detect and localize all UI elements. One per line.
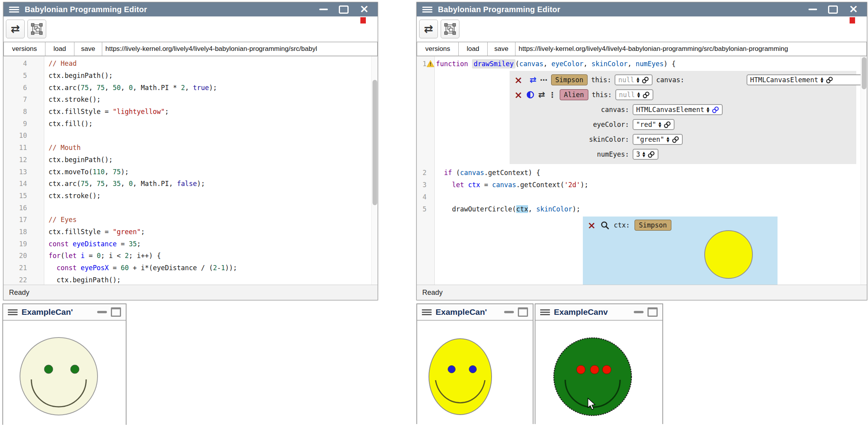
code-line: 6ctx.arc(75, 75, 50, 0, Math.PI * 2, tru… [4,81,378,94]
transform-button[interactable] [441,20,459,38]
maximize-button[interactable] [339,5,349,14]
scrollbar-thumb[interactable] [373,80,377,205]
param-row-canvas: canvas: HTMLCanvasElement ▲▼ [510,102,856,117]
code-editor[interactable]: 1 ! function drawSmiley(canvas, eyeColor… [417,56,867,285]
stepper-icon[interactable]: ▲▼ [642,151,645,157]
more-options-icon[interactable]: ⋮ [549,90,556,99]
menu-icon[interactable] [422,7,432,13]
param-value-box[interactable]: null ▲▼ [615,74,653,85]
load-button[interactable]: load [45,42,74,56]
minimize-button[interactable] [808,9,817,10]
menu-icon[interactable] [8,309,18,315]
param-value[interactable]: HTMLCanvasElement [636,106,704,114]
canvas-content [535,321,662,426]
minimize-button[interactable] [504,311,514,313]
code-lines: 1 ! function drawSmiley(canvas, eyeColor… [417,56,867,70]
versions-button[interactable]: versions [417,42,459,56]
param-value[interactable]: null [618,76,634,84]
param-value-box[interactable]: HTMLCanvasElement ▲▼ [633,104,723,115]
unsaved-indicator [850,17,855,23]
toggle-example-icon[interactable] [526,90,535,99]
maximize-button[interactable] [828,5,838,14]
minimize-button[interactable] [634,311,644,313]
stepper-icon[interactable]: ▲▼ [658,121,661,128]
menu-icon[interactable] [422,309,432,315]
scrollbar-track[interactable] [371,56,378,285]
close-button[interactable]: × [360,3,369,14]
code-line: 7ctx.stroke(); [4,94,378,106]
link-icon[interactable] [664,121,671,128]
editor-window-left: Babylonian Programming Editor × ⇄ versio… [3,2,378,300]
code-editor[interactable]: 4// Head5ctx.beginPath();6ctx.arc(75, 75… [4,56,378,285]
url-field[interactable]: https://lively-kernel.org/lively4/lively… [515,42,867,56]
link-icon[interactable] [642,76,649,84]
window-title: ExampleCan' [436,307,500,317]
minimize-button[interactable] [97,311,107,313]
titlebar: Babylonian Programming Editor × [417,2,867,16]
link-icon[interactable] [826,76,833,84]
swap-arrows-icon[interactable]: ⇄ [530,76,537,84]
probe-example-badge[interactable]: Simpson [635,220,671,231]
transform-button[interactable] [27,20,46,38]
delete-example-icon[interactable]: × [514,75,523,85]
swap-source-button[interactable]: ⇄ [419,20,438,38]
line-number: 17 [4,216,27,224]
more-options-icon[interactable]: ⋯ [540,76,548,84]
window-title: Babylonian Programming Editor [25,5,147,14]
delete-example-icon[interactable]: × [514,90,523,100]
stepper-icon[interactable]: ▲▼ [667,136,669,143]
save-button[interactable]: save [488,42,515,56]
param-value-box[interactable]: "red" ▲▼ [633,119,675,130]
link-icon[interactable] [647,151,655,158]
save-button[interactable]: save [74,42,102,56]
param-label: this: [591,76,611,84]
link-icon[interactable] [642,91,650,99]
example-name-badge[interactable]: Alien [560,89,588,100]
stepper-icon[interactable]: ▲▼ [707,106,709,113]
code-line: 11// Mouth [4,142,378,154]
swap-source-button[interactable]: ⇄ [6,20,25,38]
param-value[interactable]: 3 [636,150,640,158]
menu-icon[interactable] [540,309,550,315]
param-value[interactable]: null [619,91,635,99]
minimize-button[interactable] [319,9,328,10]
line-number: 10 [4,132,27,139]
titlebar: ExampleCan' [3,304,126,321]
file-button-row: versions load save https://lively-kernel… [417,42,867,56]
smiley-canvas [535,321,662,424]
example-row-simpson: × ⇄ ⋯ Simpson this: null ▲▼ canvas: HTML… [510,72,856,87]
swap-arrows-icon[interactable]: ⇄ [538,91,545,99]
param-value[interactable]: "red" [636,121,656,128]
param-value-box[interactable]: HTMLCanvasElement ▲▼ [747,74,867,85]
stepper-icon[interactable]: ▲▼ [821,77,823,83]
maximize-button[interactable] [111,307,121,317]
close-button[interactable]: × [849,3,858,14]
scrollbar-thumb[interactable] [862,57,866,89]
param-value-box[interactable]: "green" ▲▼ [633,134,683,145]
param-value[interactable]: "green" [636,135,664,143]
param-value-box[interactable]: 3 ▲▼ [633,149,658,160]
url-field[interactable]: https://lively-kernel.org/lively4/lively… [102,42,378,56]
line-number: 15 [4,192,27,200]
link-icon[interactable] [672,136,679,143]
code-line: 21 const eyePosX = 60 + i*(eyeDistance /… [4,262,378,274]
delete-probe-icon[interactable]: × [588,220,596,230]
example-name-badge[interactable]: Simpson [551,74,588,85]
scrollbar-track[interactable] [861,56,867,285]
line-number: 13 [4,168,27,176]
maximize-button[interactable] [518,307,528,317]
code-lines: 2 if (canvas.getContext) {3 let ctx = ca… [417,165,867,215]
magnifier-icon[interactable] [600,221,609,229]
param-row-eyecolor: eyeColor: "red" ▲▼ [510,117,856,132]
versions-button[interactable]: versions [4,42,45,56]
line-number: 21 [4,264,27,272]
link-icon[interactable] [712,106,719,114]
stepper-icon[interactable]: ▲▼ [637,92,640,98]
stepper-icon[interactable]: ▲▼ [637,77,639,83]
menu-icon[interactable] [9,7,19,13]
param-value[interactable]: HTMLCanvasElement [750,76,818,84]
load-button[interactable]: load [459,42,488,56]
line-number: 9 [4,120,27,128]
param-value-box[interactable]: null ▲▼ [615,89,653,100]
maximize-button[interactable] [647,307,658,317]
